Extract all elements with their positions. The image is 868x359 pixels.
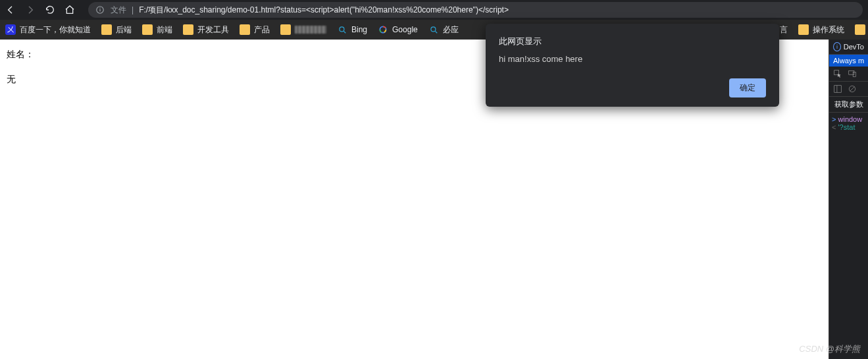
devtools-console[interactable]: > window < '?stat <box>829 113 868 134</box>
bookmark-devtools[interactable]: 开发工具 <box>183 24 229 36</box>
svg-rect-11 <box>834 86 842 93</box>
bookmark-label: 必应 <box>443 24 459 36</box>
home-icon <box>64 5 75 15</box>
bookmark-bing[interactable]: Bing <box>337 24 367 35</box>
reload-icon <box>45 5 55 15</box>
bookmark-biying[interactable]: 必应 <box>428 24 459 36</box>
svg-rect-2 <box>99 8 100 9</box>
bookmark-google[interactable]: Google <box>378 24 418 35</box>
devtools-header: i DevTo <box>829 40 868 55</box>
svg-line-7 <box>435 31 437 33</box>
url-text: F:/项目/kxx_doc_sharing/demo-01.html?statu… <box>139 5 509 16</box>
bing-icon <box>337 24 347 35</box>
bookmark-product[interactable]: 产品 <box>240 24 270 36</box>
browser-address-bar: 文件 | F:/项目/kxx_doc_sharing/demo-01.html?… <box>0 0 868 20</box>
info-icon <box>95 5 105 15</box>
bookmark-label: 前端 <box>157 24 172 36</box>
folder-icon <box>798 24 809 35</box>
folder-icon <box>855 24 865 35</box>
bookmark-label: 后端 <box>116 24 132 36</box>
bookmark-label: 开发工具 <box>197 24 229 36</box>
chevron-left-icon: < <box>832 123 836 131</box>
svg-point-3 <box>340 27 344 32</box>
console-text: window <box>838 115 863 123</box>
inspect-icon[interactable] <box>833 69 842 78</box>
bing-icon <box>428 24 439 35</box>
console-text: '?stat <box>838 123 855 131</box>
arrow-left-icon <box>5 5 16 15</box>
bookmark-os[interactable]: 操作系统 <box>798 24 844 36</box>
home-button[interactable] <box>64 5 75 15</box>
google-icon <box>378 24 388 35</box>
bookmark-label: Bing <box>351 25 367 34</box>
devtools-banner[interactable]: Always m <box>829 55 868 67</box>
alert-message: hi man!xss come here <box>499 54 766 64</box>
reload-button[interactable] <box>45 5 55 15</box>
devtools-tab[interactable]: 获取参数 <box>829 97 868 113</box>
bookmark-pixelated[interactable] <box>280 24 326 35</box>
svg-rect-9 <box>849 70 854 74</box>
folder-icon <box>101 24 112 35</box>
device-icon[interactable] <box>848 69 857 78</box>
back-button[interactable] <box>5 5 16 15</box>
bookmark-label: 操作系统 <box>813 24 844 36</box>
svg-line-14 <box>850 87 855 92</box>
alert-title: 此网页显示 <box>499 36 766 47</box>
folder-icon <box>183 24 193 35</box>
svg-line-4 <box>344 31 345 33</box>
console-line-2: < '?stat <box>832 123 865 131</box>
folder-icon <box>280 24 291 35</box>
devtools-title: DevTo <box>844 43 864 51</box>
devtools-panel: i DevTo Always m 获取参数 > window < '?stat <box>829 40 868 359</box>
alert-ok-button[interactable]: 确定 <box>729 78 766 97</box>
bookmark-baidu[interactable]: 㐅 百度一下，你就知道 <box>5 24 91 36</box>
bookmark-frontend[interactable]: 前端 <box>142 24 172 36</box>
clear-icon[interactable] <box>848 84 857 94</box>
bookmark-right-yan[interactable]: 言 <box>780 24 788 36</box>
bookmark-backend[interactable]: 后端 <box>101 24 132 36</box>
folder-icon <box>142 24 153 35</box>
devtools-toolbar-1 <box>829 67 868 82</box>
url-scheme-label: 文件 <box>111 5 126 16</box>
url-separator: | <box>132 5 134 14</box>
javascript-alert: 此网页显示 hi man!xss come here 确定 <box>486 24 779 107</box>
baidu-icon: 㐅 <box>5 24 16 35</box>
arrow-right-icon <box>25 5 36 15</box>
bookmark-label: 言 <box>780 24 788 36</box>
bookmark-label: 产品 <box>254 24 270 36</box>
folder-icon <box>240 24 250 35</box>
sidebar-icon[interactable] <box>833 84 842 94</box>
devtools-toolbar-2 <box>829 82 868 97</box>
chevron-right-icon: > <box>832 115 836 123</box>
svg-rect-1 <box>99 9 100 11</box>
info-icon: i <box>833 42 841 51</box>
bookmark-label: 百度一下，你就知道 <box>20 24 91 36</box>
bookmark-label: Google <box>392 25 418 34</box>
pixelated-label <box>295 26 326 34</box>
svg-point-6 <box>431 27 436 32</box>
url-field[interactable]: 文件 | F:/项目/kxx_doc_sharing/demo-01.html?… <box>88 2 863 18</box>
console-line-1: > window <box>832 115 865 123</box>
forward-button[interactable] <box>25 5 36 15</box>
